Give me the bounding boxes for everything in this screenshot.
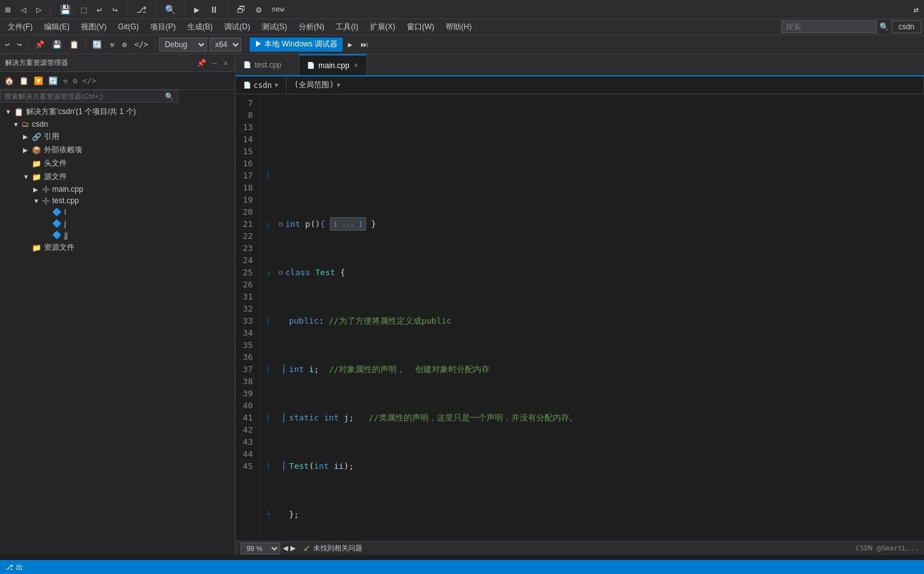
toolbar-icon-search[interactable]: 🔍 xyxy=(162,3,178,16)
tree-test-cpp[interactable]: ➕ test.cpp xyxy=(0,195,235,206)
sidebar-build2-icon[interactable]: ⚒ xyxy=(61,76,69,86)
sidebar-search-input[interactable] xyxy=(4,92,162,100)
tree-var-i[interactable]: 🔷 i xyxy=(0,206,235,218)
menu-window[interactable]: 窗口(W) xyxy=(402,20,439,34)
breadcrumb-file[interactable]: 📄 csdn ▼ xyxy=(236,76,287,94)
toolbar-icon-right[interactable]: ⇄ xyxy=(911,3,921,16)
scroll-right-btn[interactable]: ▶ xyxy=(290,544,295,552)
pin-btn[interactable]: 📌 xyxy=(32,39,47,50)
menu-edit[interactable]: 编辑(E) xyxy=(39,20,75,34)
code-line-15: │ │int i; //对象属性的声明， 创建对象时分配内存 xyxy=(276,363,924,375)
tab-main-cpp[interactable]: 📄 main.cpp ✕ xyxy=(299,54,367,75)
main-layout: 解决方案资源管理器 📌 — ✕ 🏠 📋 🔽 🔄 ⚒ ⚙ </> 🔍 📋 解决 xyxy=(0,54,924,555)
fold-box-8[interactable]: { ... } xyxy=(330,217,366,231)
menu-analyze[interactable]: 分析(N) xyxy=(294,20,330,34)
tab-test-cpp[interactable]: 📄 test.cpp xyxy=(236,54,299,75)
zoom-select[interactable]: 99 % 100 % xyxy=(241,543,280,554)
menu-test[interactable]: 测试(S) xyxy=(257,20,292,34)
breadcrumb-scope-arrow: ▼ xyxy=(336,82,340,89)
undo-btn[interactable]: ↩ xyxy=(3,39,12,50)
menu-extensions[interactable]: 扩展(X) xyxy=(365,20,401,34)
menu-tools[interactable]: 工具(I) xyxy=(331,20,363,34)
sidebar-home-icon[interactable]: 🏠 xyxy=(3,76,16,86)
toolbar-icon-save[interactable]: 💾 xyxy=(57,3,73,16)
scroll-left-btn[interactable]: ◀ xyxy=(283,544,288,552)
tree-solution[interactable]: 📋 解决方案'csdn'(1 个项目/共 1 个) xyxy=(0,105,235,118)
sidebar-props-icon[interactable]: ⚙ xyxy=(71,76,79,86)
ln-35: 35 xyxy=(241,339,255,351)
save-btn2[interactable]: 💾 xyxy=(50,39,64,50)
tree-var-j[interactable]: 🔷 j xyxy=(0,218,235,229)
code-editor[interactable]: 7 8 13 14 15 16 17 18 19 20 21 22 23 24 … xyxy=(236,94,924,541)
ln-14: 14 xyxy=(241,133,255,145)
sidebar-sol-icon[interactable]: 📋 xyxy=(17,76,31,86)
code-line-14: │ public: //为了方便将属性定义成public xyxy=(276,315,924,327)
var-j-label: j xyxy=(64,219,66,228)
save-all-btn[interactable]: 📋 xyxy=(67,39,82,50)
menu-help[interactable]: 帮助(H) xyxy=(441,20,477,34)
menu-debug[interactable]: 调试(D) xyxy=(219,20,255,34)
code-line-18: └ }; xyxy=(276,508,924,520)
debug-config-select[interactable]: Debug Release xyxy=(159,38,207,52)
ln-25: 25 xyxy=(241,266,255,278)
sidebar-code2-icon[interactable]: </> xyxy=(80,76,98,86)
toolbar-icon-undo[interactable]: ↩ xyxy=(94,3,104,16)
refresh-btn[interactable]: 🔄 xyxy=(90,39,104,50)
tree-resources[interactable]: 📁 资源文件 xyxy=(0,241,235,254)
top-toolbar: ⊞ ◁ ▷ 💾 ⬚ ↩ ↪ ⎇ 🔍 ▶ ⏸ 🗗 ⚙ new ⇄ xyxy=(0,0,924,19)
breadcrumb-scope[interactable]: (全局范围) ▼ xyxy=(287,76,924,94)
sidebar-header: 解决方案资源管理器 📌 — ✕ xyxy=(0,54,235,72)
ln-37: 37 xyxy=(241,363,255,375)
toolbar-icon-run[interactable]: ▶ xyxy=(192,3,202,16)
tree-main-cpp[interactable]: ➕ main.cpp xyxy=(0,183,235,195)
step-btn[interactable]: ⏭ xyxy=(358,39,371,50)
properties-btn[interactable]: ⚙ xyxy=(120,39,129,50)
fold-8[interactable]: ⊟ xyxy=(279,218,283,230)
toolbar-icon-pause[interactable]: ⏸ xyxy=(207,3,221,16)
tab-close-icon[interactable]: ✕ xyxy=(353,62,359,69)
search-icon[interactable]: 🔍 xyxy=(879,22,889,31)
menu-git[interactable]: Git(G) xyxy=(113,21,144,32)
menu-view[interactable]: 视图(V) xyxy=(76,20,111,34)
tree-references[interactable]: 🔗 引用 xyxy=(0,130,235,143)
breadcrumb-file-label: csdn xyxy=(253,81,272,90)
platform-select[interactable]: x64 x86 xyxy=(210,38,241,52)
sidebar-pin-icon[interactable]: 📌 xyxy=(195,58,208,68)
redo-btn[interactable]: ↪ xyxy=(15,39,24,50)
tree-csdn[interactable]: 🗂 csdn xyxy=(0,118,235,130)
menu-build[interactable]: 生成(B) xyxy=(182,20,218,34)
sidebar-refresh2-icon[interactable]: 🔄 xyxy=(46,76,60,86)
tree-sources[interactable]: 📁 源文件 xyxy=(0,170,235,183)
tree-headers[interactable]: 📁 头文件 xyxy=(0,157,235,170)
run-button[interactable]: ▶ 本地 Windows 调试器 xyxy=(250,38,343,52)
toolbar-icon-git[interactable]: ⎇ xyxy=(134,3,149,16)
editor-bottom-left: 99 % 100 % ◀ ▶ ✓ 未找到相关问题 xyxy=(241,543,362,554)
menu-file[interactable]: 文件(F) xyxy=(3,20,38,34)
toolbar-icon-2[interactable]: ◁ xyxy=(18,3,28,16)
build-btn[interactable]: ⚒ xyxy=(107,39,117,50)
code-btn[interactable]: </> xyxy=(132,39,151,50)
toolbar-icon-settings[interactable]: ⚙ xyxy=(253,3,264,16)
run-btn2[interactable]: ▶ xyxy=(345,39,355,50)
tree-var-jj[interactable]: 🔷 jj xyxy=(0,229,235,241)
menu-project[interactable]: 项目(P) xyxy=(145,20,181,34)
sidebar-filter-icon[interactable]: 🔽 xyxy=(32,76,45,86)
sidebar-collapse-icon[interactable]: — xyxy=(211,58,219,68)
toolbar-icon-save-all[interactable]: ⬚ xyxy=(78,3,89,16)
sidebar-close-icon[interactable]: ✕ xyxy=(222,58,230,68)
toolbar-icon-redo[interactable]: ↪ xyxy=(110,3,120,16)
sep-3 xyxy=(155,39,155,50)
toolbar-icon-3[interactable]: ▷ xyxy=(34,3,44,16)
csdn-button[interactable]: csdn xyxy=(892,20,921,33)
ln-26: 26 xyxy=(241,278,255,291)
fold-13[interactable]: ⊟ xyxy=(279,266,283,278)
breadcrumb-scope-label: (全局范围) xyxy=(294,80,334,90)
sidebar-search-icon[interactable]: 🔍 xyxy=(165,92,174,101)
search-input[interactable] xyxy=(781,20,877,33)
tree-external-deps[interactable]: 📦 外部依赖项 xyxy=(0,143,235,157)
toolbar-icon-1[interactable]: ⊞ xyxy=(3,3,13,16)
var-jj-icon: 🔷 xyxy=(52,231,62,240)
toolbar-icon-window[interactable]: 🗗 xyxy=(234,3,248,16)
status-message: 未找到相关问题 xyxy=(313,543,362,553)
main-cpp-icon: ➕ xyxy=(42,186,50,193)
